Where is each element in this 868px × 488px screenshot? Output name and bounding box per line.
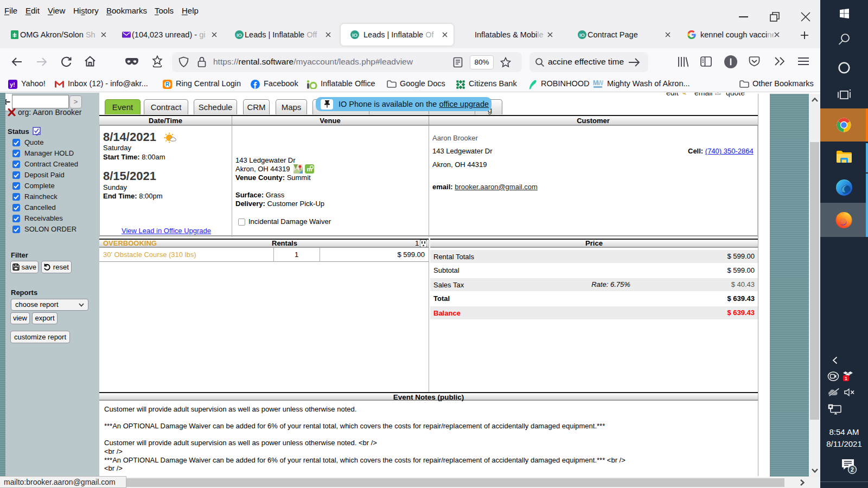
svg-text:IO: IO <box>579 32 585 38</box>
svg-text:IO: IO <box>237 32 242 38</box>
svg-text:IO: IO <box>352 32 358 38</box>
svg-text:1: 1 <box>845 376 847 381</box>
svg-text:y!: y! <box>10 81 15 88</box>
svg-text:m: m <box>307 166 312 172</box>
svg-text:2: 2 <box>851 466 854 473</box>
svg-text:W: W <box>597 80 603 87</box>
svg-text:R: R <box>165 81 170 87</box>
